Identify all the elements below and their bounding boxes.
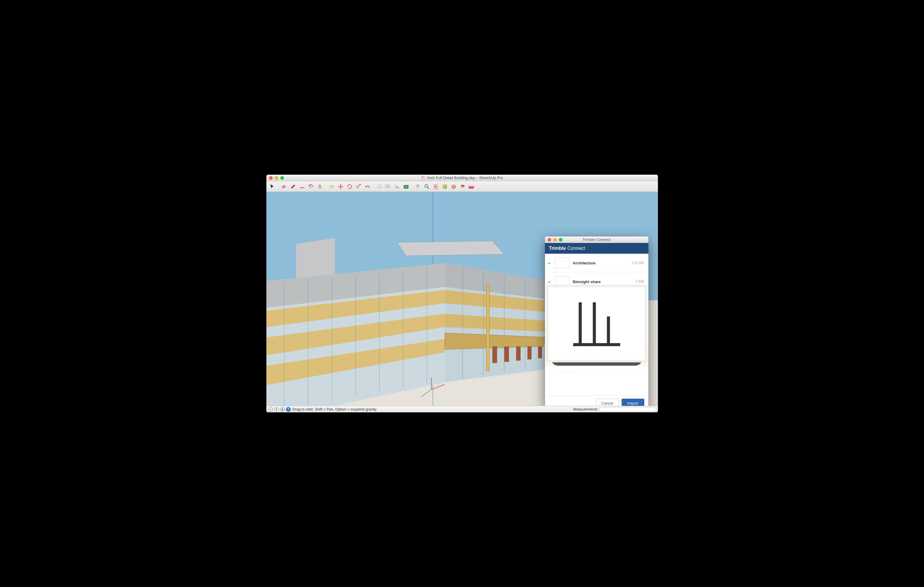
- toolbar: A1: [266, 181, 658, 192]
- svg-rect-0: [422, 176, 424, 179]
- measurements-input[interactable]: [600, 407, 656, 412]
- svg-rect-48: [527, 346, 531, 360]
- svg-point-2: [329, 185, 332, 188]
- select-tool[interactable]: [268, 183, 277, 191]
- user-icon[interactable]: ☻: [280, 407, 285, 412]
- file-thumbnail-icon: [561, 351, 575, 362]
- svg-rect-44: [487, 284, 489, 371]
- 3dwarehouse-tool[interactable]: [402, 183, 410, 191]
- geo-icon[interactable]: ⌖: [268, 407, 273, 412]
- svg-point-8: [405, 186, 407, 187]
- svg-rect-3: [356, 186, 358, 188]
- section-tool[interactable]: [449, 183, 458, 191]
- measurements-label: Measurements: [573, 407, 598, 411]
- trimble-connect-tool[interactable]: [467, 183, 476, 191]
- rotate-tool[interactable]: [345, 183, 354, 191]
- statusbar: ⌖ ¢ ☻ ? Drag to orbit. Shift = Pan, Opti…: [266, 406, 658, 412]
- traffic-lights: [266, 176, 284, 180]
- window-title: Arch Full Detail Building.skp – SketchUp…: [266, 176, 658, 180]
- svg-rect-47: [516, 346, 521, 361]
- file-row-skp-selected[interactable]: ▸ Trimble Westminster Electrical Switchg…: [545, 347, 648, 366]
- text-tool[interactable]: A1: [384, 183, 393, 191]
- status-icons: ⌖ ¢ ☻ ?: [268, 407, 291, 412]
- main-window: Arch Full Detail Building.skp – SketchUp…: [266, 175, 658, 412]
- arc-tool[interactable]: [298, 183, 306, 191]
- svg-marker-20: [397, 241, 504, 256]
- svg-text:A1: A1: [386, 184, 389, 187]
- dimension-tool[interactable]: [375, 183, 383, 191]
- titlebar[interactable]: Arch Full Detail Building.skp – SketchUp…: [266, 175, 658, 181]
- offset-tool[interactable]: [363, 183, 371, 191]
- svg-rect-12: [469, 185, 473, 186]
- svg-rect-58: [547, 286, 646, 361]
- svg-rect-10: [442, 184, 447, 189]
- paint-tool[interactable]: [393, 183, 401, 191]
- help-icon[interactable]: ?: [286, 407, 291, 412]
- pencil-tool[interactable]: [289, 183, 297, 191]
- file-thumbnail-icon: [561, 367, 575, 373]
- scale-tool[interactable]: [355, 183, 363, 191]
- svg-rect-4: [378, 184, 381, 186]
- layers-tool[interactable]: [459, 183, 467, 191]
- eraser-tool[interactable]: [280, 183, 289, 191]
- 3d-viewport[interactable]: Trimble Connect Trimble Connect ▸ Archit…: [266, 192, 658, 406]
- pan-tool[interactable]: [414, 183, 422, 191]
- tape-tool[interactable]: [328, 183, 336, 191]
- svg-rect-45: [492, 346, 497, 363]
- svg-point-9: [425, 184, 428, 187]
- svg-rect-49: [538, 346, 542, 358]
- credits-icon[interactable]: ¢: [274, 407, 279, 412]
- move-tool[interactable]: [337, 183, 345, 191]
- zoom-extents-tool[interactable]: [432, 183, 440, 191]
- close-icon[interactable]: [269, 176, 272, 180]
- file-list[interactable]: ▸ Architecture 110 MB ▸ Bimsight share 0…: [545, 254, 648, 395]
- document-icon: [421, 176, 425, 180]
- trimble-connect-dialog: Trimble Connect Trimble Connect ▸ Archit…: [545, 237, 648, 406]
- file-row-partial[interactable]: [545, 366, 648, 374]
- walk-tool[interactable]: [441, 183, 449, 191]
- minimize-icon[interactable]: [275, 176, 278, 180]
- pushpull-tool[interactable]: [316, 183, 324, 191]
- zoom-icon[interactable]: [280, 176, 284, 180]
- zoom-tool[interactable]: [423, 183, 431, 191]
- status-hint: Drag to orbit. Shift = Pan, Option = sus…: [292, 407, 377, 411]
- svg-rect-46: [504, 346, 509, 362]
- svg-rect-1: [282, 185, 285, 188]
- rectangle-tool[interactable]: [307, 183, 315, 191]
